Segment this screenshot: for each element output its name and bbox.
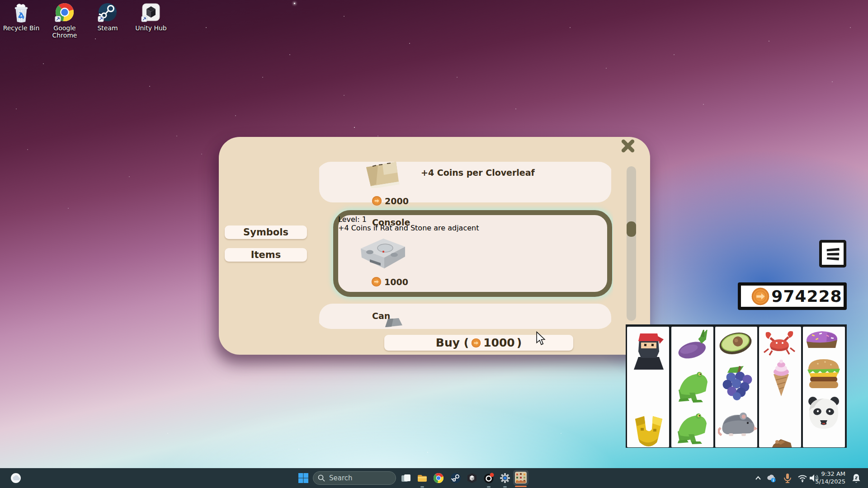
slot-board [626,324,847,448]
obs-icon[interactable] [483,473,494,483]
coin-count-value: 974228 [770,287,844,305]
item-price-value: 2000 [385,196,409,206]
desktop-icon-label: Recycle Bin [0,24,42,32]
nav-symbols-button[interactable]: Symbols [225,225,307,239]
settings-gear-icon[interactable] [500,473,510,483]
tray-cloud-sync-icon[interactable] [766,473,777,483]
shop-list-viewport: +4 Coins per Cloverleaf 2000 Console [316,162,613,329]
menu-button[interactable] [819,240,846,267]
steam-taskbar-icon[interactable] [450,473,461,483]
slot-column-2 [671,327,713,447]
slot-column-1 [627,327,669,447]
symbol-ninja-icon [634,330,664,370]
notification-bell-icon[interactable] [851,473,862,483]
slot-column-3 [715,327,757,447]
symbol-golden-horseshoe-icon [632,414,665,447]
item-price: 1000 [371,277,408,287]
chrome-taskbar-icon[interactable] [433,473,444,483]
desktop-icon-google-chrome[interactable]: Google Chrome [44,3,85,39]
widgets-weather-icon[interactable] [10,472,22,484]
item-description: +4 Coins per Cloverleaf [421,168,535,178]
close-icon [620,138,636,154]
symbol-grapes-icon [717,366,757,400]
buy-label-prefix: Buy ( [436,336,469,349]
search-icon [318,474,325,482]
symbol-panda-icon [806,395,841,432]
task-view-icon[interactable] [401,473,411,483]
item-title: Console [372,217,410,227]
symbol-donut-icon [804,329,840,348]
bright-star [294,3,295,4]
slot-column-4 [759,327,801,447]
symbol-frog-icon [675,408,710,444]
unity-hub-icon [141,3,161,23]
desktop-icon-label: Google Chrome [44,24,85,39]
desktop-icon-steam[interactable]: Steam [87,3,128,32]
coin-icon [371,277,382,287]
clock-date: 5/14/2025 [809,478,845,486]
item-price: 2000 [372,196,409,206]
unity-hub-taskbar-icon[interactable] [467,473,477,483]
chrome-icon [54,3,75,23]
symbol-avocado-icon [717,329,754,358]
clock-time: 9:32 AM [809,470,845,478]
active-game-taskbar-button[interactable] [513,470,528,485]
shop-card-console-selected[interactable]: Console Level: 1 +4 Coins if Rat and Sto… [333,210,612,297]
start-button-windows-icon[interactable] [298,473,309,483]
symbol-eggplant-icon [674,330,712,361]
wallpaper-stars [0,0,1,1]
buy-label-suffix: ) [517,336,522,349]
taskbar-clock[interactable]: 9:32 AM 5/14/2025 [809,470,845,486]
coin-icon [751,287,770,306]
coin-icon [471,338,481,348]
running-indicator [487,486,491,488]
symbol-frog-icon [676,366,711,403]
game-app-icon [515,472,527,483]
taskbar-search[interactable] [313,471,396,485]
torn-paper-icon [363,162,401,188]
nav-items-button[interactable]: Items [225,248,307,262]
symbol-crab-icon [762,329,797,356]
coin-counter: 974228 [738,282,847,310]
recycle-bin-icon [11,3,32,23]
nav-symbols-label: Symbols [243,227,288,238]
running-indicator [420,486,424,488]
symbol-burger-icon [805,357,842,390]
close-button[interactable] [620,138,636,154]
tray-chevron-up-icon[interactable] [754,474,763,483]
shop-scrollbar-thumb[interactable] [627,221,636,237]
active-running-indicator [515,486,527,487]
running-indicator [503,486,507,488]
shop-scrollbar-track[interactable] [627,166,636,321]
desktop-icon-label: Unity Hub [130,24,172,32]
desktop-icon-unity-hub[interactable]: Unity Hub [130,3,172,32]
symbol-ice-cream-icon [770,359,792,397]
desktop-icon-recycle-bin[interactable]: Recycle Bin [0,3,42,32]
console-icon [356,230,410,276]
nav-items-label: Items [251,249,281,260]
coin-icon [372,196,382,206]
item-price-value: 1000 [384,277,408,287]
desktop-icon-label: Steam [87,24,128,32]
mouse-cursor [535,331,546,346]
shop-card-cloverleaf-item[interactable]: +4 Coins per Cloverleaf 2000 [319,162,611,202]
hamburger-icon [824,245,842,263]
symbol-partial-item-icon [767,439,794,447]
slot-column-5 [803,327,845,447]
symbol-rat-icon [718,408,757,440]
search-input[interactable] [328,474,384,483]
tray-wifi-icon[interactable] [797,473,808,483]
shop-dialog: Symbols Items +4 Coins per Cloverleaf [219,137,650,355]
tray-microphone-icon[interactable] [782,473,793,483]
file-explorer-icon[interactable] [417,473,428,483]
buy-label-amount: 1000 [483,336,515,349]
shop-card-can-item[interactable]: Can [319,304,611,329]
steam-icon [97,3,118,23]
can-icon [382,318,406,329]
